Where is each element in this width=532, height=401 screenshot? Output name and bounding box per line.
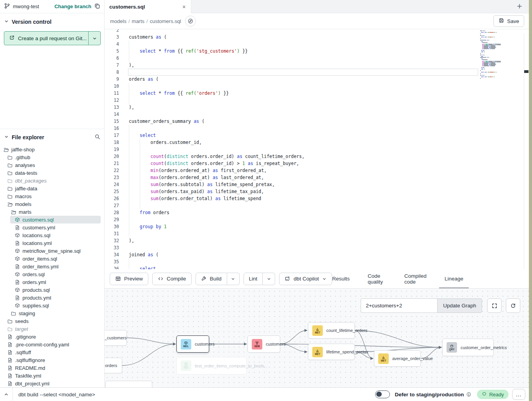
code-line-34[interactable]: 34joined as ( [105, 251, 529, 258]
file-tree-item-order-items-yml[interactable]: order_items.yml [0, 263, 104, 270]
dbt-copilot-button[interactable]: dbt Copilot [279, 273, 332, 285]
file-tree-item-supplies-sql[interactable]: supplies.sql [0, 302, 104, 309]
lineage-node-lifetime-spend-pretax[interactable]: METlifetime_spend_pretax [308, 344, 355, 360]
refresh-graph-button[interactable] [506, 298, 520, 313]
code-editor[interactable]: 23customers as (45 select * from {{ ref(… [105, 29, 529, 269]
code-line-29[interactable]: 29 [105, 216, 529, 223]
code-line-26[interactable]: 26 sum(orders.order_total) as lifetime_s… [105, 195, 529, 202]
code-line-11[interactable]: 11 select * from {{ ref('orders') }} [105, 90, 529, 97]
breadcrumb-item[interactable]: customers.sql [150, 18, 181, 24]
file-tree-item-products-yml[interactable]: products.yml [0, 294, 104, 302]
file-tree-item--pre-commit-config-yaml[interactable]: .pre-commit-config.yaml [0, 341, 104, 348]
file-tree-item-macros[interactable]: macros [0, 192, 104, 200]
code-line-30[interactable]: 30 group by 1 [105, 223, 529, 230]
compile-button[interactable]: Compile [152, 273, 192, 285]
code-line-24[interactable]: 24 sum(orders.subtotal) as lifetime_spen… [105, 181, 529, 188]
code-line-3[interactable]: 3customers as ( [105, 34, 529, 41]
file-tree-item-jaffle-shop[interactable]: jaffle-shop [0, 145, 104, 153]
change-branch-link[interactable]: Change branch [54, 4, 91, 9]
lineage-node-customers[interactable]: SEMcustomers [247, 335, 280, 353]
code-line-18[interactable]: 18 orders.customer_id, [105, 139, 529, 146]
panel-tab-results[interactable]: Results [332, 269, 350, 288]
code-line-27[interactable]: 27 [105, 202, 529, 209]
file-tree-item-data-tests[interactable]: data-tests [0, 169, 104, 177]
code-line-13[interactable]: 13), [105, 104, 529, 111]
tab-customers-sql[interactable]: customers.sql [105, 0, 191, 13]
file-tree-item-seeds[interactable]: seeds [0, 317, 104, 325]
file-tree-item-order-items-sql[interactable]: order_items.sql [0, 255, 104, 263]
file-explorer-header[interactable]: File explorer [0, 134, 104, 141]
build-button[interactable]: Build [196, 273, 227, 285]
code-line-12[interactable]: 12 [105, 97, 529, 104]
file-tree-item-dbt-packages[interactable]: dbt_packages [0, 177, 104, 185]
lineage-node-average-order-value[interactable]: METaverage_order_value [374, 350, 421, 367]
close-tab-icon[interactable] [182, 5, 186, 9]
panel-tab-code-quality[interactable]: Code quality [368, 269, 386, 288]
code-line-4[interactable]: 4 [105, 41, 529, 48]
code-line-15[interactable]: 15customer_orders_summary as ( [105, 118, 529, 125]
code-line-22[interactable]: 22 min(orders.ordered_at) as first_order… [105, 167, 529, 174]
code-line-31[interactable]: 31 [105, 230, 529, 237]
fullscreen-button[interactable] [487, 298, 502, 313]
lineage-node-partial[interactable] [105, 381, 152, 387]
file-tree-item-jaffle-data[interactable]: jaffle-data [0, 185, 104, 192]
code-line-9[interactable]: 9orders as ( [105, 76, 529, 83]
more-options-button[interactable]: ... [512, 389, 525, 400]
file-tree-item-staging[interactable]: staging [0, 309, 104, 317]
lineage-node-customer-order-metrics[interactable]: QRYcustomer_order_metrics [442, 339, 494, 356]
code-line-17[interactable]: 17 select [105, 132, 529, 139]
file-tree-item-orders-yml[interactable]: orders.yml [0, 278, 104, 286]
panel-tab-compiled-code[interactable]: Compiled code [404, 269, 427, 288]
code-line-14[interactable]: 14 [105, 111, 529, 118]
collapse-command-bar-button[interactable] [0, 388, 13, 401]
file-tree-item-metricflow-time-spine-sql[interactable]: metricflow_time_spine.sql [0, 247, 104, 255]
lineage-node-stg-customers[interactable]: stg_customers [105, 330, 127, 346]
file-tree-item--sqlfluff[interactable]: .sqlfluff [0, 348, 104, 356]
code-line-23[interactable]: 23 max(orders.ordered_at) as last_ordere… [105, 174, 529, 181]
lineage-node-test-order-items-compute-to-bools-[interactable]: TSTtest_order_items_compute_to_bools... [176, 357, 247, 374]
code-line-5[interactable]: 5 select * from {{ ref('stg_customers') … [105, 48, 529, 55]
defer-toggle[interactable] [375, 390, 390, 398]
file-tree-item-taskfile-yml[interactable]: Taskfile.yml [0, 372, 104, 380]
file-tree-item--gitignore[interactable]: .gitignore [0, 333, 104, 341]
code-line-25[interactable]: 25 sum(orders.tax_paid) as lifetime_tax_… [105, 188, 529, 195]
file-tree-item--github[interactable]: .github [0, 153, 104, 161]
lineage-node-count-lifetime-orders[interactable]: METcount_lifetime_orders [308, 322, 355, 339]
breadcrumb-item[interactable]: marts [132, 18, 145, 24]
create-pr-button[interactable]: Create a pull request on Git... [4, 31, 101, 45]
code-line-6[interactable]: 6 [105, 55, 529, 62]
preview-button[interactable]: Preview [110, 273, 148, 285]
build-dropdown-chevron[interactable] [227, 273, 240, 285]
code-line-35[interactable]: 35 [105, 258, 529, 265]
code-line-19[interactable]: 19 [105, 146, 529, 153]
panel-tab-lineage[interactable]: Lineage [445, 269, 463, 288]
file-tree-item-locations-sql[interactable]: locations.sql [0, 231, 104, 239]
save-button[interactable]: Save [493, 15, 524, 27]
file-tree-item-locations-yml[interactable]: locations.yml [0, 239, 104, 247]
code-line-33[interactable]: 33 [105, 244, 529, 251]
breadcrumb-item[interactable]: models [110, 18, 126, 24]
info-icon[interactable] [466, 392, 472, 397]
code-line-7[interactable]: 7), [105, 62, 529, 69]
lineage-selector-input[interactable] [361, 298, 437, 313]
file-tree-item-products-sql[interactable]: products.sql [0, 286, 104, 294]
copy-icon[interactable] [94, 3, 100, 11]
code-line-2[interactable]: 2 [105, 29, 529, 34]
code-line-21[interactable]: 21 count(distinct orders.order_id) > 1 a… [105, 160, 529, 167]
lint-dropdown-chevron[interactable] [263, 273, 275, 285]
file-tree-item-dbt-project-yml[interactable]: dbt_project.yml [0, 380, 104, 387]
file-tree-item-orders-sql[interactable]: orders.sql [0, 270, 104, 278]
lineage-canvas[interactable]: Update Graph stg_customersordersMDLcusto… [105, 289, 529, 387]
code-line-32[interactable]: 32), [105, 237, 529, 244]
file-tree-item-customers-sql[interactable]: customers.sql [0, 216, 104, 224]
lineage-node-orders[interactable]: orders [105, 358, 122, 373]
file-tree-item--sqlfluffignore[interactable]: .sqlfluffignore [0, 356, 104, 364]
update-graph-button[interactable]: Update Graph [437, 298, 482, 313]
file-tree-item-readme-md[interactable]: README.md [0, 364, 104, 372]
file-tree-item-target[interactable]: target [0, 325, 104, 333]
open-in-explorer-button[interactable] [185, 16, 196, 27]
command-input[interactable]: dbt build --select <model_name> [18, 392, 95, 397]
file-tree-item-marts[interactable]: marts [0, 208, 104, 216]
file-tree-item-analyses[interactable]: analyses [0, 161, 104, 169]
file-tree-item-models[interactable]: models [0, 200, 104, 208]
